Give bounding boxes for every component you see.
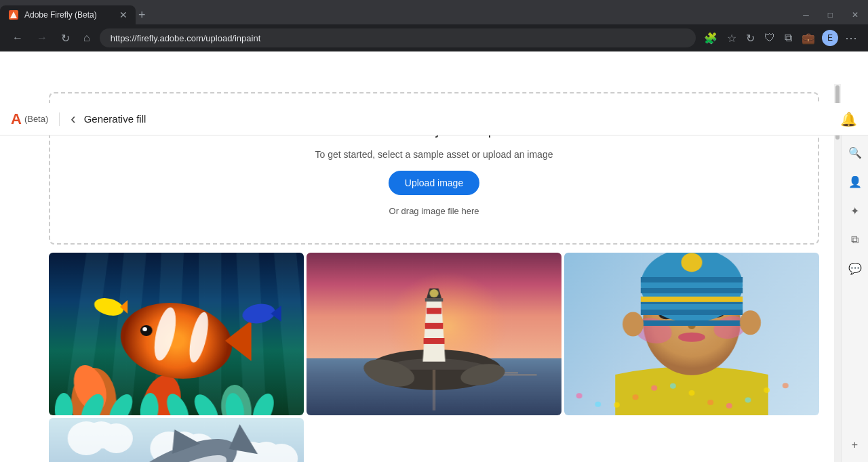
minimize-button[interactable]: ─ <box>793 5 818 24</box>
top-nav-right: 🔔 <box>840 111 857 127</box>
upload-image-button[interactable]: Upload image <box>389 171 479 195</box>
gallery-item-fish[interactable] <box>49 253 304 415</box>
top-nav: A (Beta) ‹ Generative fill 🔔 <box>0 103 868 135</box>
back-button[interactable]: ← <box>8 29 27 47</box>
main-content: Use a brush to remove objects or paint i… <box>0 84 868 462</box>
browser-chrome: Adobe Firefly (Beta) ✕ + ─ □ ✕ ← → ↻ ⌂ 🧩… <box>0 0 868 51</box>
back-nav-button[interactable]: ‹ <box>71 112 75 127</box>
upload-subtext: To get started, select a sample asset or… <box>315 149 553 160</box>
user-sidebar-icon[interactable]: 👤 <box>846 173 865 191</box>
window-controls: ─ □ ✕ <box>793 5 868 24</box>
chat-sidebar-icon[interactable]: 💬 <box>846 259 865 278</box>
home-button[interactable]: ⌂ <box>79 29 94 47</box>
new-tab-button[interactable]: + <box>138 8 146 22</box>
layers-sidebar-icon[interactable]: ⧉ <box>848 231 861 249</box>
tab-bar: Adobe Firefly (Beta) ✕ + ─ □ ✕ <box>0 0 868 24</box>
nav-divider <box>59 112 60 126</box>
gallery-image-fish <box>49 253 304 415</box>
gallery-image-dolphin <box>49 418 304 462</box>
forward-button[interactable]: → <box>33 29 52 47</box>
drag-text: Or drag image file here <box>389 206 479 216</box>
gallery-image-portrait <box>564 253 819 415</box>
address-bar[interactable] <box>100 28 696 47</box>
refresh-button[interactable]: ↻ <box>57 29 74 47</box>
collection-icon[interactable]: ⧉ <box>782 29 795 47</box>
tab-favicon <box>8 9 19 20</box>
maximize-button[interactable]: □ <box>818 5 842 24</box>
gallery-grid <box>49 253 819 462</box>
gallery-image-lighthouse <box>307 253 561 415</box>
beta-label: (Beta) <box>24 114 48 124</box>
favorites-icon[interactable]: ☆ <box>724 29 739 47</box>
magic-sidebar-icon[interactable]: ✦ <box>848 202 862 220</box>
active-tab: Adobe Firefly (Beta) ✕ <box>0 5 136 24</box>
gallery-item-lighthouse[interactable] <box>307 253 561 415</box>
gallery-item-portrait[interactable] <box>564 253 819 415</box>
profile-avatar[interactable]: E <box>822 30 838 46</box>
adobe-logo: A <box>11 110 22 128</box>
scrollbar[interactable] <box>834 84 841 462</box>
close-button[interactable]: ✕ <box>842 5 868 24</box>
bell-icon[interactable]: 🔔 <box>840 111 857 127</box>
page-title: Generative fill <box>84 113 146 125</box>
app-shell: A (Beta) ‹ Generative fill 🔔 Use a brush… <box>0 51 868 462</box>
toolbar-icons: 🧩 ☆ ↻ 🛡 ⧉ 💼 E ⋯ <box>701 28 860 48</box>
right-sidebar: 🔍 👤 ✦ ⧉ 💬 + <box>841 135 868 462</box>
svg-marker-0 <box>10 12 17 18</box>
shield-icon[interactable]: 🛡 <box>762 29 778 47</box>
more-options-button[interactable]: ⋯ <box>842 28 860 48</box>
tab-title: Adobe Firefly (Beta) <box>24 10 114 20</box>
add-sidebar-icon[interactable]: + <box>849 436 861 454</box>
tab-spacer <box>146 5 794 24</box>
tab-close-button[interactable]: ✕ <box>119 9 127 20</box>
wallet-icon[interactable]: 💼 <box>799 29 818 47</box>
gallery-item-dolphin[interactable] <box>49 418 304 462</box>
adobe-favicon <box>9 10 18 20</box>
update-icon[interactable]: ↻ <box>743 29 757 47</box>
search-sidebar-icon[interactable]: 🔍 <box>846 144 865 162</box>
extensions-icon[interactable]: 🧩 <box>701 29 720 47</box>
browser-toolbar: ← → ↻ ⌂ 🧩 ☆ ↻ 🛡 ⧉ 💼 E ⋯ <box>0 24 868 51</box>
